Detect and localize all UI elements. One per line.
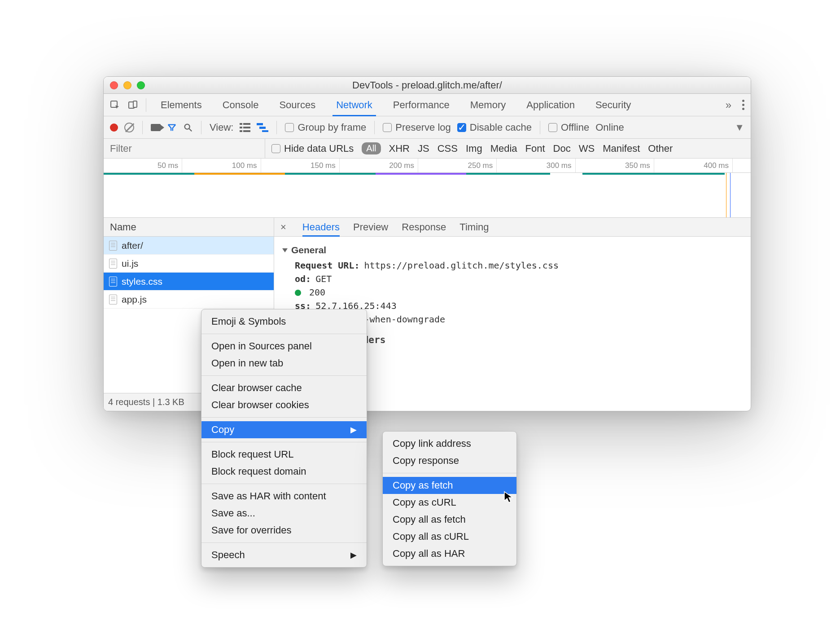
- svg-rect-6: [240, 127, 242, 128]
- type-media[interactable]: Media: [490, 143, 517, 154]
- menu-copy-all-fetch[interactable]: Copy all as fetch: [383, 511, 516, 528]
- tab-memory[interactable]: Memory: [461, 94, 515, 116]
- type-other[interactable]: Other: [648, 143, 673, 154]
- detail-tab-headers[interactable]: Headers: [302, 218, 340, 236]
- context-menu: Emoji & Symbols Open in Sources panel Op…: [201, 309, 367, 568]
- svg-rect-11: [259, 127, 266, 129]
- settings-kebab-icon[interactable]: [739, 100, 747, 110]
- menu-copy-link[interactable]: Copy link address: [383, 435, 516, 452]
- menu-block-domain[interactable]: Block request domain: [201, 463, 367, 480]
- tab-console[interactable]: Console: [214, 94, 268, 116]
- menu-save-overrides[interactable]: Save for overrides: [201, 522, 367, 539]
- detail-tab-timing[interactable]: Timing: [459, 218, 489, 236]
- menu-block-url[interactable]: Block request URL: [201, 446, 367, 463]
- timeline-ruler[interactable]: 50 ms 100 ms 150 ms 200 ms 250 ms 300 ms…: [104, 159, 751, 173]
- hide-data-urls-checkbox[interactable]: Hide data URLs: [271, 143, 354, 154]
- window-minimize-button[interactable]: [123, 81, 131, 89]
- type-doc[interactable]: Doc: [553, 143, 571, 154]
- submenu-arrow-icon: ▶: [350, 550, 357, 560]
- device-toggle-icon[interactable]: [125, 97, 140, 113]
- tab-application[interactable]: Application: [517, 94, 584, 116]
- menu-save-har[interactable]: Save as HAR with content: [201, 488, 367, 505]
- tab-elements[interactable]: Elements: [152, 94, 211, 116]
- menu-copy-as-fetch[interactable]: Copy as fetch: [383, 477, 516, 494]
- disclosure-triangle-icon: [282, 248, 288, 252]
- inspect-element-icon[interactable]: [107, 97, 122, 113]
- window-close-button[interactable]: [110, 81, 118, 89]
- request-row[interactable]: after/: [104, 237, 274, 255]
- svg-point-3: [185, 124, 190, 129]
- status-code: 200: [295, 287, 743, 298]
- window-titlebar: DevTools - preload.glitch.me/after/: [104, 77, 751, 94]
- detail-tabs: × Headers Preview Response Timing: [274, 218, 751, 237]
- view-waterfall-icon[interactable]: [257, 123, 268, 132]
- tab-security[interactable]: Security: [586, 94, 640, 116]
- window-title: DevTools - preload.glitch.me/after/: [104, 79, 751, 91]
- menu-clear-cache[interactable]: Clear browser cache: [201, 379, 367, 397]
- menu-copy-response[interactable]: Copy response: [383, 452, 516, 469]
- devtools-window: DevTools - preload.glitch.me/after/ Elem…: [103, 76, 751, 411]
- timeline-overview[interactable]: [104, 173, 751, 218]
- throttling-dropdown-icon[interactable]: ▼: [735, 122, 744, 133]
- more-tabs-icon[interactable]: »: [726, 99, 731, 111]
- svg-rect-2: [133, 101, 137, 107]
- menu-copy-all-har[interactable]: Copy all as HAR: [383, 545, 516, 562]
- menu-copy-as-curl[interactable]: Copy as cURL: [383, 494, 516, 511]
- network-toolbar: View: Group by frame Preserve log ✓Disab…: [104, 116, 751, 139]
- type-all[interactable]: All: [362, 142, 381, 154]
- tab-network[interactable]: Network: [327, 94, 381, 116]
- window-zoom-button[interactable]: [137, 81, 145, 89]
- detail-tab-preview[interactable]: Preview: [353, 218, 388, 236]
- view-label: View:: [210, 122, 233, 133]
- request-url: Request URL: https://preload.glitch.me/s…: [295, 260, 743, 271]
- menu-copy-all-curl[interactable]: Copy all as cURL: [383, 528, 516, 545]
- type-js[interactable]: JS: [418, 143, 429, 154]
- status-dot-icon: [295, 290, 301, 296]
- type-manifest[interactable]: Manifest: [603, 143, 640, 154]
- copy-submenu: Copy link address Copy response Copy as …: [382, 431, 517, 566]
- svg-rect-8: [240, 130, 242, 132]
- type-ws[interactable]: WS: [579, 143, 595, 154]
- search-icon[interactable]: [183, 123, 193, 132]
- menu-open-sources[interactable]: Open in Sources panel: [201, 338, 367, 355]
- request-row[interactable]: app.js: [104, 291, 274, 308]
- svg-rect-5: [243, 123, 250, 125]
- close-detail-icon[interactable]: ×: [280, 221, 289, 233]
- devtools-tabs: Elements Console Sources Network Perform…: [104, 94, 751, 116]
- type-font[interactable]: Font: [525, 143, 545, 154]
- svg-rect-4: [240, 123, 242, 125]
- screenshot-icon[interactable]: [151, 124, 161, 131]
- menu-speech[interactable]: Speech ▶: [201, 546, 367, 564]
- svg-rect-12: [262, 130, 268, 132]
- general-section[interactable]: General: [282, 245, 743, 256]
- type-img[interactable]: Img: [466, 143, 482, 154]
- type-css[interactable]: CSS: [438, 143, 458, 154]
- tab-performance[interactable]: Performance: [384, 94, 459, 116]
- tab-sources[interactable]: Sources: [270, 94, 324, 116]
- offline-checkbox[interactable]: Offline: [548, 122, 589, 133]
- filter-row: Hide data URLs All XHR JS CSS Img Media …: [104, 139, 751, 159]
- request-row[interactable]: ui.js: [104, 255, 274, 273]
- svg-rect-10: [257, 123, 263, 125]
- menu-copy[interactable]: Copy ▶: [201, 421, 367, 438]
- menu-open-new-tab[interactable]: Open in new tab: [201, 355, 367, 372]
- online-label[interactable]: Online: [595, 122, 624, 133]
- clear-button[interactable]: [124, 123, 134, 132]
- disable-cache-checkbox[interactable]: ✓Disable cache: [457, 122, 532, 133]
- detail-tab-response[interactable]: Response: [402, 218, 446, 236]
- document-icon: [109, 241, 117, 251]
- filter-toggle-icon[interactable]: [167, 123, 177, 132]
- svg-rect-7: [243, 127, 250, 128]
- request-list-header[interactable]: Name: [104, 218, 274, 237]
- menu-emoji-symbols[interactable]: Emoji & Symbols: [201, 313, 367, 330]
- filter-input[interactable]: [104, 139, 265, 158]
- view-large-icon[interactable]: [240, 123, 250, 132]
- svg-rect-9: [243, 130, 250, 132]
- group-by-frame-checkbox[interactable]: Group by frame: [285, 122, 366, 133]
- menu-clear-cookies[interactable]: Clear browser cookies: [201, 397, 367, 414]
- request-row[interactable]: styles.css: [104, 273, 274, 291]
- type-xhr[interactable]: XHR: [389, 143, 410, 154]
- preserve-log-checkbox[interactable]: Preserve log: [383, 122, 451, 133]
- record-button[interactable]: [110, 123, 118, 132]
- menu-save-as[interactable]: Save as...: [201, 505, 367, 522]
